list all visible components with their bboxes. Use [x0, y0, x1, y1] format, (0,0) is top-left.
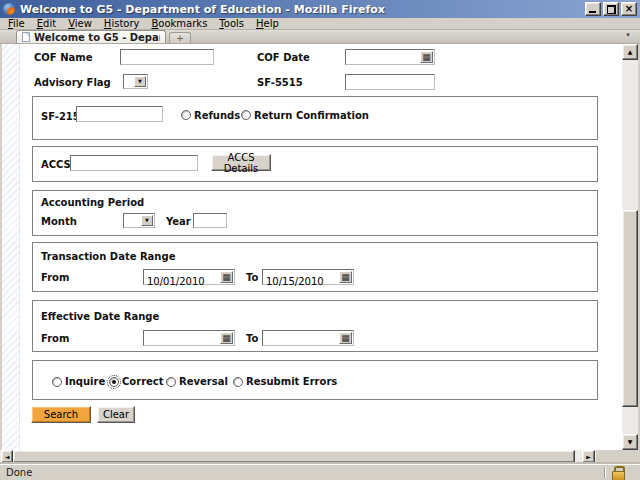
effective-from-calendar-button[interactable]: ▦	[220, 332, 233, 344]
calendar-icon: ▦	[222, 273, 231, 282]
year-label: Year	[166, 216, 191, 227]
effective-to-input[interactable]	[263, 336, 339, 350]
transaction-date-range-groupbox: Transaction Date Range From ▦ To ▦	[32, 242, 598, 292]
search-button[interactable]: Search	[31, 406, 91, 423]
month-value	[124, 220, 126, 231]
cof-date-calendar-button[interactable]: ▦	[420, 51, 433, 63]
scroll-left-button[interactable]: ◄	[1, 450, 13, 463]
menu-file[interactable]: File	[2, 18, 31, 29]
firefox-icon	[3, 3, 15, 15]
menu-bookmarks[interactable]: Bookmarks	[145, 18, 213, 29]
reversal-label: Reversal	[179, 376, 228, 387]
menu-tools[interactable]: Tools	[213, 18, 250, 29]
resubmit-errors-radio[interactable]	[233, 377, 243, 387]
cof-date-input[interactable]	[346, 55, 420, 69]
vertical-scrollbar-thumb[interactable]	[622, 210, 638, 407]
tab-list-dropdown[interactable]: ▾	[621, 31, 635, 41]
chevron-down-icon: ▼	[138, 79, 142, 84]
cof-name-input[interactable]	[121, 55, 213, 69]
year-input[interactable]	[194, 219, 226, 232]
advisory-flag-dropdown-button[interactable]: ▼	[134, 76, 146, 87]
accs-field	[70, 155, 198, 171]
minimize-button[interactable]	[585, 2, 601, 16]
tab-label: Welcome to G5 - Department of Edu...	[34, 32, 160, 43]
window-controls: ×	[585, 2, 637, 16]
clear-button[interactable]: Clear	[97, 406, 135, 423]
sf5515-input[interactable]	[346, 80, 434, 94]
resubmit-errors-label: Resubmit Errors	[246, 376, 337, 387]
page-content: COF Name COF Date ▦ Advisory Flag ▼ SF-5…	[0, 44, 640, 450]
page-left-margin	[2, 44, 20, 450]
sf215-label: SF-215	[41, 111, 80, 122]
return-confirmation-radio[interactable]	[241, 110, 251, 120]
menu-history[interactable]: History	[98, 18, 146, 29]
cof-date-field: ▦	[345, 49, 435, 65]
transaction-to-field: ▦	[262, 269, 354, 285]
sf215-input[interactable]	[77, 112, 162, 126]
titlebar: Welcome to G5 - Department of Education …	[0, 0, 640, 18]
advisory-flag-label: Advisory Flag	[34, 77, 111, 88]
status-divider	[604, 467, 606, 478]
cof-date-label: COF Date	[257, 52, 310, 63]
menu-help[interactable]: Help	[250, 18, 285, 29]
effective-date-range-groupbox: Effective Date Range From ▦ To ▦	[32, 300, 598, 352]
scroll-right-button[interactable]: ►	[582, 450, 595, 463]
scroll-up-button[interactable]: ▲	[622, 44, 638, 60]
arrow-left-icon: ◄	[5, 454, 10, 460]
security-lock-icon[interactable]	[612, 466, 624, 479]
month-select[interactable]: ▼	[123, 213, 155, 228]
accs-details-button[interactable]: ACCS Details	[211, 154, 271, 171]
advisory-flag-select[interactable]: ▼	[123, 74, 148, 89]
transaction-date-range-title: Transaction Date Range	[41, 251, 175, 262]
vertical-scrollbar[interactable]: ▲ ▼	[622, 44, 638, 450]
calendar-icon: ▦	[341, 334, 350, 343]
correct-radio[interactable]	[109, 377, 119, 387]
accs-input[interactable]	[71, 161, 197, 175]
refunds-radio[interactable]	[181, 110, 191, 120]
transaction-from-calendar-button[interactable]: ▦	[220, 271, 233, 283]
return-confirmation-label: Return Confirmation	[254, 110, 369, 121]
browser-window: Welcome to G5 - Department of Education …	[0, 0, 640, 480]
scrollbar-corner	[596, 450, 640, 464]
transaction-to-calendar-button[interactable]: ▦	[339, 271, 352, 283]
year-field	[193, 213, 227, 228]
inquire-label: Inquire	[65, 376, 105, 387]
effective-to-calendar-button[interactable]: ▦	[339, 332, 352, 344]
transaction-from-input[interactable]	[144, 275, 220, 289]
chevron-down-icon: ▾	[626, 31, 630, 39]
horizontal-scrollbar-thumb[interactable]	[13, 450, 575, 463]
arrow-up-icon: ▲	[628, 49, 633, 55]
accounting-period-groupbox: Accounting Period Month ▼ Year	[32, 190, 598, 236]
close-button[interactable]: ×	[621, 2, 637, 16]
new-tab-button[interactable]: +	[169, 32, 191, 43]
transaction-from-field: ▦	[143, 269, 235, 285]
close-icon: ×	[625, 4, 633, 14]
page-favicon-icon	[22, 32, 30, 42]
transaction-to-label: To	[246, 272, 258, 283]
menu-view[interactable]: View	[62, 18, 98, 29]
month-dropdown-button[interactable]: ▼	[141, 215, 153, 226]
restore-icon	[607, 5, 616, 14]
action-groupbox: Inquire Correct Reversal Resubmit Errors	[32, 360, 598, 400]
cof-name-label: COF Name	[34, 52, 92, 63]
effective-from-label: From	[41, 333, 69, 344]
horizontal-scrollbar[interactable]: ◄ ►	[0, 450, 640, 464]
sf5515-field	[345, 74, 435, 90]
menu-edit[interactable]: Edit	[31, 18, 62, 29]
menubar: File Edit View History Bookmarks Tools H…	[0, 18, 640, 30]
tab-active[interactable]: Welcome to G5 - Department of Edu...	[16, 30, 166, 43]
tab-bar: Welcome to G5 - Department of Edu... + ▾	[0, 30, 640, 44]
effective-from-field: ▦	[143, 330, 235, 346]
transaction-to-input[interactable]	[263, 275, 339, 289]
transaction-from-label: From	[41, 272, 69, 283]
inquire-radio[interactable]	[52, 377, 62, 387]
status-bar: Done	[0, 464, 640, 480]
calendar-icon: ▦	[422, 53, 431, 62]
advisory-flag-value	[124, 81, 126, 92]
window-title: Welcome to G5 - Department of Education …	[20, 3, 585, 16]
scroll-down-button[interactable]: ▼	[622, 434, 638, 450]
effective-from-input[interactable]	[144, 336, 220, 350]
restore-button[interactable]	[603, 2, 619, 16]
sf215-field	[76, 106, 163, 122]
reversal-radio[interactable]	[166, 377, 176, 387]
